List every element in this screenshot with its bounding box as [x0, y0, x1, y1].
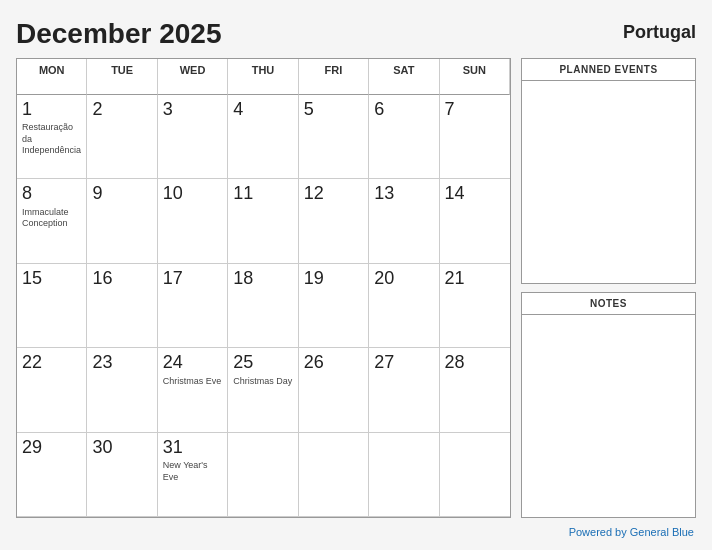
day-number: 9	[92, 183, 102, 205]
day-cell: 6	[369, 95, 439, 180]
sidebar: PLANNED EVENTS NOTES	[521, 58, 696, 518]
day-cell: 20	[369, 264, 439, 349]
day-cell: 16	[87, 264, 157, 349]
day-cell: 9	[87, 179, 157, 264]
day-cell: 18	[228, 264, 298, 349]
country-name: Portugal	[623, 22, 696, 43]
month-title: December 2025	[16, 18, 221, 50]
day-number: 27	[374, 352, 394, 374]
day-number: 2	[92, 99, 102, 121]
day-number: 21	[445, 268, 465, 290]
calendar-page: December 2025 Portugal MONTUEWEDTHUFRISA…	[0, 0, 712, 550]
holiday-label: Christmas Eve	[163, 376, 222, 388]
powered-by-text: Powered by General Blue	[569, 526, 694, 538]
day-cell: 26	[299, 348, 369, 433]
day-cell: 17	[158, 264, 228, 349]
day-number: 18	[233, 268, 253, 290]
day-number: 14	[445, 183, 465, 205]
day-number: 23	[92, 352, 112, 374]
day-number: 11	[233, 183, 253, 205]
day-number: 26	[304, 352, 324, 374]
day-cell: 22	[17, 348, 87, 433]
notes-box: NOTES	[521, 292, 696, 518]
day-number: 31	[163, 437, 183, 459]
day-cell: 7	[440, 95, 510, 180]
day-header-mon: MON	[17, 59, 87, 95]
main-content: MONTUEWEDTHUFRISATSUN1Restauração da Ind…	[16, 58, 696, 518]
day-cell: 11	[228, 179, 298, 264]
day-cell: 2	[87, 95, 157, 180]
day-number: 17	[163, 268, 183, 290]
day-cell: 25Christmas Day	[228, 348, 298, 433]
day-number: 28	[445, 352, 465, 374]
holiday-label: Restauração da Independência	[22, 122, 81, 157]
day-number: 8	[22, 183, 32, 205]
notes-content	[522, 315, 695, 517]
day-cell: 13	[369, 179, 439, 264]
day-cell: 12	[299, 179, 369, 264]
planned-events-content	[522, 81, 695, 283]
day-number: 30	[92, 437, 112, 459]
day-number: 5	[304, 99, 314, 121]
day-number: 3	[163, 99, 173, 121]
day-cell: 15	[17, 264, 87, 349]
empty-cell	[299, 433, 369, 518]
header: December 2025 Portugal	[16, 18, 696, 50]
day-cell: 28	[440, 348, 510, 433]
day-number: 29	[22, 437, 42, 459]
notes-title: NOTES	[522, 293, 695, 315]
day-number: 24	[163, 352, 183, 374]
day-cell: 8Immaculate Conception	[17, 179, 87, 264]
day-cell: 1Restauração da Independência	[17, 95, 87, 180]
empty-cell	[228, 433, 298, 518]
day-header-thu: THU	[228, 59, 298, 95]
holiday-label: Immaculate Conception	[22, 207, 81, 230]
day-number: 15	[22, 268, 42, 290]
day-cell: 14	[440, 179, 510, 264]
day-header-fri: FRI	[299, 59, 369, 95]
day-number: 20	[374, 268, 394, 290]
day-cell: 4	[228, 95, 298, 180]
planned-events-box: PLANNED EVENTS	[521, 58, 696, 284]
holiday-label: New Year's Eve	[163, 460, 222, 483]
day-number: 10	[163, 183, 183, 205]
day-cell: 30	[87, 433, 157, 518]
day-number: 1	[22, 99, 32, 121]
holiday-label: Christmas Day	[233, 376, 292, 388]
day-number: 13	[374, 183, 394, 205]
day-cell: 5	[299, 95, 369, 180]
day-cell: 21	[440, 264, 510, 349]
day-header-sun: SUN	[440, 59, 510, 95]
day-cell: 24Christmas Eve	[158, 348, 228, 433]
day-number: 6	[374, 99, 384, 121]
day-cell: 31New Year's Eve	[158, 433, 228, 518]
day-number: 19	[304, 268, 324, 290]
empty-cell	[369, 433, 439, 518]
day-cell: 3	[158, 95, 228, 180]
calendar-section: MONTUEWEDTHUFRISATSUN1Restauração da Ind…	[16, 58, 511, 518]
day-number: 25	[233, 352, 253, 374]
empty-cell	[440, 433, 510, 518]
day-number: 12	[304, 183, 324, 205]
day-header-tue: TUE	[87, 59, 157, 95]
day-number: 22	[22, 352, 42, 374]
planned-events-title: PLANNED EVENTS	[522, 59, 695, 81]
footer: Powered by General Blue	[16, 522, 696, 540]
day-number: 4	[233, 99, 243, 121]
day-number: 7	[445, 99, 455, 121]
day-header-wed: WED	[158, 59, 228, 95]
day-cell: 10	[158, 179, 228, 264]
day-cell: 19	[299, 264, 369, 349]
day-header-sat: SAT	[369, 59, 439, 95]
calendar-grid: MONTUEWEDTHUFRISATSUN1Restauração da Ind…	[17, 59, 510, 517]
day-cell: 23	[87, 348, 157, 433]
day-cell: 29	[17, 433, 87, 518]
day-cell: 27	[369, 348, 439, 433]
day-number: 16	[92, 268, 112, 290]
